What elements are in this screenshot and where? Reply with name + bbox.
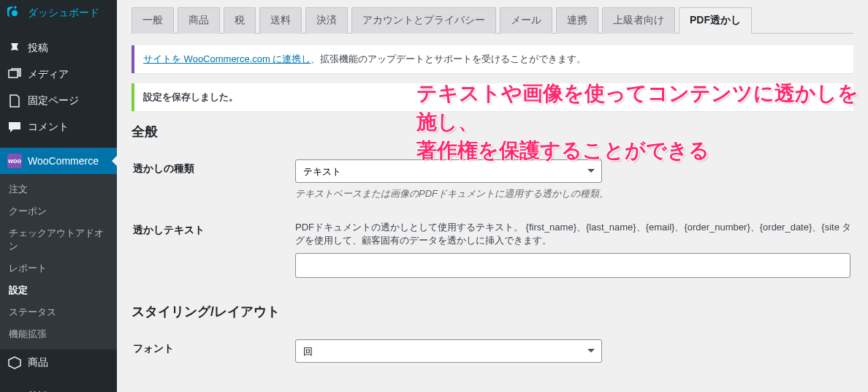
connect-link[interactable]: サイトを WooCommerce.com に連携し [143,53,311,64]
tab-shipping[interactable]: 送料 [259,7,302,34]
tab-payments[interactable]: 決済 [305,7,348,34]
watermark-text-label: 透かしテキスト [133,214,294,290]
submenu-status[interactable]: ステータス [0,301,117,323]
dashboard-icon [7,6,22,20]
tab-integration[interactable]: 連携 [556,7,598,34]
sidebar-label: ダッシュボード [28,7,99,20]
submenu-settings[interactable]: 設定 [0,279,117,301]
watermark-type-label: 透かしの種類 [133,152,294,212]
sidebar-item-comments[interactable]: コメント [0,114,117,140]
sidebar-label: 投稿 [28,42,48,55]
sidebar-label: メディア [28,68,69,81]
tab-emails[interactable]: メール [500,7,552,34]
saved-notice: 設定を保存しました。 [132,83,853,111]
connect-text: 、拡張機能のアップデートとサポートを受けることができます。 [311,53,586,64]
submenu-orders[interactable]: 注文 [0,178,117,200]
sidebar-item-dashboard[interactable]: ダッシュボード [0,0,117,26]
sidebar-item-products[interactable]: 商品 [0,350,117,376]
sidebar-label: コメント [28,121,69,134]
connect-notice: サイトを WooCommerce.com に連携し、拡張機能のアップデートとサポ… [132,45,853,73]
tab-pdf-watermark[interactable]: PDF透かし [679,7,752,34]
watermark-text-desc: PDFドキュメントの透かしとして使用するテキスト。 {first_name}、{… [295,221,852,247]
sidebar-label: WooCommerce [28,155,99,167]
submenu-coupons[interactable]: クーポン [0,200,117,222]
submenu-reports[interactable]: レポート [0,257,117,279]
sidebar-item-woocommerce[interactable]: woo WooCommerce [0,148,117,174]
appearance-icon [7,389,22,392]
font-select[interactable]: 回 [295,339,602,363]
tab-accounts[interactable]: アカウントとプライバシー [351,7,496,34]
woocommerce-submenu: 注文 クーポン チェックアウトアドオン レポート 設定 ステータス 機能拡張 [0,174,117,350]
sidebar-item-pages[interactable]: 固定ページ [0,88,117,114]
font-label: フォント [133,332,294,374]
tab-products[interactable]: 商品 [178,7,220,34]
section-styling-heading: スタイリング/レイアウト [132,303,853,320]
styling-form-table: フォント 回 [132,331,853,376]
products-icon [7,355,22,370]
sidebar-item-media[interactable]: メディア [0,61,117,88]
settings-tabs: 一般 商品 税 送料 決済 アカウントとプライバシー メール 連携 上級者向け … [132,7,853,34]
sidebar-label: 固定ページ [28,94,79,108]
admin-sidebar: ダッシュボード 投稿 メディア 固定ページ コメント woo WooCommer… [0,0,117,392]
submenu-checkout-addons[interactable]: チェックアウトアドオン [0,222,117,257]
tab-tax[interactable]: 税 [224,7,256,34]
media-icon [7,67,22,82]
tab-advanced[interactable]: 上級者向け [602,7,675,34]
main-content: 一般 商品 税 送料 決済 アカウントとプライバシー メール 連携 上級者向け … [117,0,868,392]
comment-icon [7,120,22,135]
sidebar-item-posts[interactable]: 投稿 [0,35,117,61]
submenu-extensions[interactable]: 機能拡張 [0,323,117,345]
sidebar-label: 商品 [28,356,48,369]
page-icon [7,94,22,108]
tab-general[interactable]: 一般 [132,7,174,34]
pin-icon [7,41,22,56]
sidebar-item-appearance[interactable]: 外観 [0,383,117,392]
general-form-table: 透かしの種類 テキスト テキストベースまたは画像のPDFドキュメントに適用する透… [132,151,853,291]
woocommerce-icon: woo [7,154,22,168]
watermark-type-select[interactable]: テキスト [295,159,602,183]
section-general-heading: 全般 [132,123,853,140]
watermark-text-input[interactable] [295,253,850,278]
watermark-type-desc: テキストベースまたは画像のPDFドキュメントに適用する透かしの種類。 [295,187,852,200]
